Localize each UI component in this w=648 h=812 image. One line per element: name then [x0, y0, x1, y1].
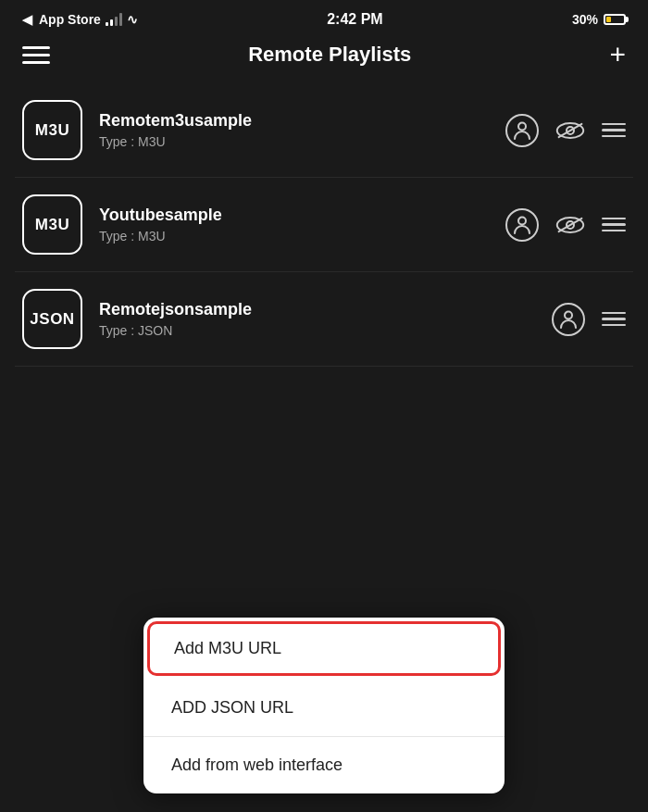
add-json-url-button[interactable]: ADD JSON URL: [143, 680, 505, 737]
dropdown-overlay: Add M3U URL ADD JSON URL Add from web in…: [0, 618, 648, 812]
list-item[interactable]: M3U Remotem3usample Type : M3U: [15, 83, 633, 178]
status-bar: ◀ App Store ∿ 2:42 PM 30%: [0, 0, 648, 35]
playlist-info-3: Remotejsonsample Type : JSON: [99, 300, 552, 338]
eye-icon-2[interactable]: [555, 215, 585, 235]
playlist-info-2: Youtubesample Type : M3U: [99, 206, 505, 244]
status-right: 30%: [572, 12, 626, 27]
playlist-actions-3: [552, 303, 626, 336]
add-button[interactable]: +: [609, 41, 626, 69]
svg-point-4: [518, 217, 526, 224]
status-time: 2:42 PM: [327, 11, 382, 28]
dropdown-menu: Add M3U URL ADD JSON URL Add from web in…: [143, 618, 505, 793]
playlist-info-1: Remotem3usample Type : M3U: [99, 111, 505, 149]
person-icon-3[interactable]: [552, 303, 585, 336]
list-item[interactable]: M3U Youtubesample Type : M3U: [15, 178, 633, 272]
playlist-badge-json: JSON: [22, 289, 82, 349]
playlist-actions-2: [505, 208, 626, 242]
battery-percent: 30%: [572, 12, 598, 27]
add-m3u-url-button[interactable]: Add M3U URL: [147, 621, 501, 676]
playlist-type-2: Type : M3U: [99, 229, 505, 244]
nav-bar: Remote Playlists +: [0, 35, 648, 83]
playlist-badge-m3u-2: M3U: [22, 194, 82, 255]
playlist-badge-m3u-1: M3U: [22, 100, 82, 160]
playlist-name-2: Youtubesample: [99, 206, 505, 225]
person-icon-1[interactable]: [505, 114, 539, 147]
reorder-icon-2[interactable]: [602, 218, 626, 232]
add-web-interface-button[interactable]: Add from web interface: [143, 737, 505, 793]
carrier-label: App Store: [39, 12, 101, 27]
back-arrow-icon: ◀: [22, 12, 32, 27]
playlist-actions-1: [505, 114, 626, 147]
status-left: ◀ App Store ∿: [22, 12, 138, 27]
playlist-list: M3U Remotem3usample Type : M3U: [0, 83, 648, 367]
reorder-icon-1[interactable]: [602, 123, 626, 138]
svg-line-7: [559, 218, 582, 231]
battery-icon: [604, 14, 626, 25]
svg-line-3: [559, 123, 582, 136]
list-item[interactable]: JSON Remotejsonsample Type : JSON: [15, 272, 633, 367]
svg-point-8: [565, 311, 572, 319]
svg-point-0: [518, 122, 526, 130]
playlist-type-3: Type : JSON: [99, 323, 552, 338]
person-icon-2[interactable]: [505, 208, 539, 242]
playlist-name-1: Remotem3usample: [99, 111, 505, 131]
reorder-icon-3[interactable]: [602, 312, 626, 327]
page-title: Remote Playlists: [248, 43, 411, 67]
eye-icon-1[interactable]: [555, 120, 585, 141]
playlist-type-1: Type : M3U: [99, 134, 505, 149]
wifi-icon: ∿: [127, 12, 138, 27]
hamburger-menu-icon[interactable]: [22, 46, 50, 64]
playlist-name-3: Remotejsonsample: [99, 300, 552, 319]
signal-bars-icon: [106, 13, 122, 26]
